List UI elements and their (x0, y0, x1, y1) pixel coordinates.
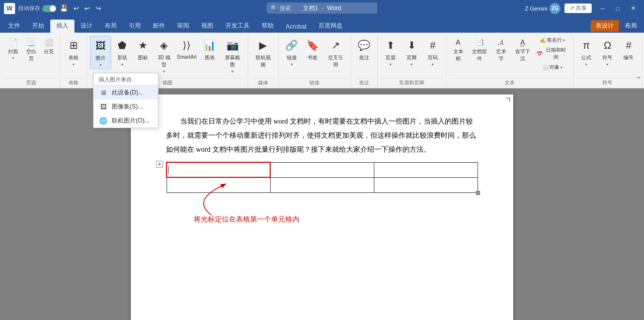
tab-design[interactable]: 设计 (74, 20, 99, 33)
page-number-button[interactable]: # 页码 ▾ (423, 36, 443, 68)
tab-file[interactable]: 文件 (2, 20, 26, 33)
comment-group-items: 💬 批注 (354, 35, 374, 78)
picture-dropdown-arrow: ▾ (100, 63, 102, 67)
picture-button[interactable]: 🖼 图片 ▾ (90, 36, 111, 69)
page-break-icon: ⬜ (43, 37, 54, 48)
signature-button[interactable]: ✍ 签名行 ▾ (535, 36, 570, 45)
tab-mail[interactable]: 邮件 (147, 20, 171, 33)
tab-home[interactable]: 开始 (26, 20, 50, 33)
tab-review[interactable]: 审阅 (171, 20, 195, 33)
dropdown-item-online[interactable]: 🌐 联机图片(O)... (94, 114, 158, 128)
table-resize-handle[interactable] (476, 191, 480, 195)
chart-icon: 📊 (202, 37, 218, 53)
datetime-button[interactable]: 📅 日期和时间 (535, 46, 570, 62)
3d-dropdown-arrow: ▾ (163, 69, 165, 74)
smartart-button[interactable]: ⟩⟩ SmartArt (175, 36, 199, 61)
text-cursor (168, 166, 169, 174)
stock-icon: 🖼 (99, 102, 108, 111)
chart-button[interactable]: 📊 图表 (200, 36, 220, 63)
share-button[interactable]: ↗ 共享 (565, 4, 592, 13)
tab-references[interactable]: 引用 (123, 20, 147, 33)
footer-icon: ⬇ (404, 37, 420, 53)
word-logo: W (4, 3, 15, 14)
search-placeholder: 搜索 (280, 5, 291, 12)
autosave-area: 自动保存 (18, 5, 56, 12)
tab-acrobat[interactable]: Acrobat (280, 21, 312, 33)
dropdown-item-device-label: 此设备(D)... (112, 88, 143, 97)
annotation-text: 将光标定位在表格第一个单元格内 (194, 215, 299, 224)
blank-page-icon: 📃 (26, 37, 37, 48)
object-button[interactable]: ⬜ 对象 ▾ (535, 63, 570, 72)
symbol-group-label: 符号 (577, 78, 638, 88)
autosave-toggle[interactable] (42, 5, 56, 12)
cross-ref-button[interactable]: ↗ 交叉引用 (324, 36, 348, 70)
comment-icon: 💬 (356, 37, 372, 53)
ribbon-group-table: ⊞ 表格 ▾ 表格 (60, 35, 87, 88)
device-icon: 🖥 (99, 88, 108, 97)
maximize-button[interactable]: □ (611, 3, 625, 14)
comment-button[interactable]: 💬 批注 (354, 36, 374, 63)
tab-view[interactable]: 视图 (195, 20, 219, 33)
close-button[interactable]: ✕ (626, 3, 640, 14)
title-bar-right: Z Gemini ZG ↗ 共享 ─ □ ✕ (525, 3, 640, 14)
icons-button[interactable]: ★ 图标 (133, 36, 153, 63)
table-cell-2-3[interactable] (374, 177, 477, 192)
dropdown-item-stock-label: 图像集(S)... (112, 102, 143, 111)
page-break-button[interactable]: ⬜ 分页 (41, 36, 57, 56)
table-cell-1-3[interactable] (374, 162, 477, 177)
blank-page-button[interactable]: 📃 空白页 (22, 36, 40, 63)
shapes-dropdown-arrow: ▾ (121, 62, 123, 67)
link-button[interactable]: 🔗 链接 ▾ (282, 36, 302, 68)
smartart-icon: ⟩⟩ (179, 37, 195, 53)
dropdown-item-stock[interactable]: 🖼 图像集(S)... (94, 99, 158, 114)
symbol-button[interactable]: Ω 符号 ▾ (597, 36, 617, 68)
table-icon: ⊞ (65, 37, 82, 53)
table-cell-1-2[interactable] (270, 162, 374, 177)
tab-developer[interactable]: 开发工具 (219, 20, 256, 33)
shapes-button[interactable]: ⬟ 形状 ▾ (112, 36, 132, 68)
ribbon-expand-button[interactable]: ⌄ (636, 72, 642, 80)
footer-button[interactable]: ⬇ 页脚 ▾ (401, 36, 422, 68)
tab-table-design[interactable]: 表设计 (591, 20, 619, 32)
bookmark-button[interactable]: 🔖 书签 (303, 36, 323, 63)
tab-insert[interactable]: 插入 (50, 20, 74, 33)
dropdown-item-device[interactable]: 🖥 此设备(D)... (94, 85, 158, 99)
datetime-icon: 📅 (536, 51, 542, 57)
equation-button[interactable]: π 公式 ▾ (576, 36, 596, 68)
cover-button[interactable]: 📄 封面 ▾ (5, 36, 21, 61)
tab-table-layout[interactable]: 布局 (620, 20, 642, 32)
comment-group-label: 批注 (354, 78, 374, 88)
ribbon-group-header-footer: ⬆ 页眉 ▾ ⬇ 页脚 ▾ # 页码 ▾ 页眉和页脚 (378, 35, 446, 88)
redo-button[interactable]: ↪ (94, 4, 103, 13)
undo-redo-group: ↩ ↩ ↪ (71, 4, 103, 13)
screenshot-button[interactable]: 📷 屏幕截图 ▾ (221, 36, 245, 75)
doc-parts-button[interactable]: 📑 文档部件 (468, 36, 491, 63)
tab-baidu[interactable]: 百度网盘 (312, 20, 349, 33)
table-button[interactable]: ⊞ 表格 ▾ (63, 36, 84, 68)
tab-help[interactable]: 帮助 (256, 20, 280, 33)
dropcap-button[interactable]: A̲ 首字下沉 (511, 36, 534, 63)
document-page[interactable]: 当我们在日常办公学习中使用 word 文档时，有时需要在文档中插入一些图片，当插… (131, 94, 513, 320)
save-button[interactable]: 💾 (59, 4, 68, 13)
search-bar[interactable]: 🔍 搜索 (267, 3, 377, 14)
insert-picture-dropdown: 插入图片来自 🖥 此设备(D)... 🖼 图像集(S)... 🌐 联机图片(O)… (93, 73, 158, 128)
textbox-button[interactable]: A 文本框 (449, 36, 467, 63)
cross-ref-icon: ↗ (328, 37, 344, 53)
tab-layout[interactable]: 布局 (99, 20, 123, 33)
online-video-button[interactable]: ▶ 联机视频 (251, 36, 275, 70)
ribbon-group-link: 🔗 链接 ▾ 🔖 书签 ↗ 交叉引用 链接 (279, 35, 351, 88)
header-button[interactable]: ⬆ 页眉 ▾ (380, 36, 400, 68)
table-cell-2-2[interactable] (270, 177, 374, 192)
undo2-button[interactable]: ↩ (83, 4, 92, 13)
link-group-items: 🔗 链接 ▾ 🔖 书签 ↗ 交叉引用 (282, 35, 348, 78)
text-sub-group: ✍ 签名行 ▾ 📅 日期和时间 (535, 36, 570, 72)
3d-model-button[interactable]: ◈ 3D 模型 ▾ (154, 36, 174, 75)
table-cell-1-1[interactable] (167, 162, 270, 177)
wordart-button[interactable]: 𝓐 艺术字 (492, 36, 510, 63)
table-add-icon[interactable]: + (156, 161, 163, 168)
undo-button[interactable]: ↩ (71, 4, 80, 13)
minimize-button[interactable]: ─ (596, 3, 610, 14)
link-group-label: 链接 (282, 78, 348, 88)
ribbon-group-comment: 💬 批注 批注 (351, 35, 378, 88)
numbering-button[interactable]: # 编号 (618, 36, 638, 63)
